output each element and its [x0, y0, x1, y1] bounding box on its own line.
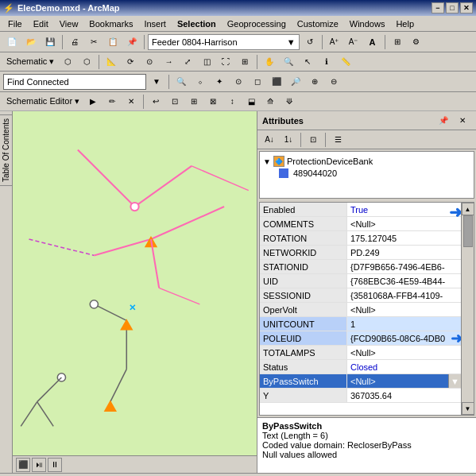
- attr-row-enabled[interactable]: Enabled True: [260, 203, 461, 217]
- schematic-btn9[interactable]: ⛶: [217, 53, 234, 71]
- menu-help[interactable]: Help: [391, 17, 419, 30]
- attr-filter[interactable]: ⊡: [304, 131, 322, 149]
- schematic-btn8[interactable]: ◫: [198, 53, 215, 71]
- print-button[interactable]: 🖨: [66, 33, 83, 51]
- menu-edit[interactable]: Edit: [29, 17, 53, 30]
- find-btn6[interactable]: ⬛: [268, 73, 285, 91]
- find-btn4[interactable]: ⊙: [230, 73, 247, 91]
- find-input[interactable]: [3, 74, 146, 90]
- layer-button[interactable]: ⊞: [389, 33, 406, 51]
- find-dropdown[interactable]: ▼: [148, 73, 165, 91]
- attr-sort-num[interactable]: 1↓: [280, 131, 297, 149]
- menu-geoprocessing[interactable]: Geoprocessing: [223, 17, 291, 30]
- schematic-btn6[interactable]: →: [160, 53, 177, 71]
- editor-btn6[interactable]: ⊞: [185, 93, 203, 110]
- schematic-btn5[interactable]: ⊙: [141, 53, 158, 71]
- map-play-btn[interactable]: ⏯: [32, 458, 46, 472]
- scroll-down-btn[interactable]: ▼: [462, 402, 474, 415]
- bold-button[interactable]: A: [364, 33, 381, 51]
- attr-pin-btn[interactable]: 📌: [435, 112, 452, 130]
- paste-button[interactable]: 📌: [123, 33, 141, 51]
- open-button[interactable]: 📂: [22, 33, 40, 51]
- find-btn1[interactable]: 🔍: [172, 73, 190, 91]
- schematic-btn10[interactable]: ⊞: [236, 53, 253, 71]
- select-button[interactable]: ↖: [299, 53, 316, 71]
- svg-line-3: [29, 239, 94, 255]
- new-button[interactable]: 📄: [3, 33, 21, 51]
- attr-sort-az[interactable]: A↓: [261, 131, 278, 149]
- schematic-btn7[interactable]: ⤢: [179, 53, 196, 71]
- attr-menu[interactable]: ☰: [329, 131, 346, 149]
- attr-row-rotation[interactable]: ROTATION 175.127045: [260, 231, 461, 246]
- attr-row-poleuid[interactable]: POLEUID {FCD90B65-08C6-4DB0 ➜: [260, 331, 461, 346]
- pan-button[interactable]: ✋: [261, 53, 278, 71]
- attr-row-sessionid[interactable]: SESSIONID {3581068A-FFB4-4109-: [260, 288, 461, 303]
- close-button[interactable]: ✕: [460, 2, 473, 14]
- attr-row-totalamps[interactable]: TOTALAMPS <Null>: [260, 346, 461, 360]
- refresh-button[interactable]: ↺: [301, 33, 319, 51]
- editor-btn7[interactable]: ⊠: [204, 93, 222, 110]
- map-back-btn[interactable]: ⬛: [16, 458, 30, 472]
- attr-dropdown-btn[interactable]: ▼: [448, 374, 461, 388]
- editor-btn10[interactable]: ⟰: [261, 93, 279, 110]
- find-btn5[interactable]: ◻: [249, 73, 266, 91]
- schematic-btn2[interactable]: ⬡: [78, 53, 95, 71]
- zoom-in-button[interactable]: A⁺: [326, 33, 343, 51]
- cut-button[interactable]: ✂: [85, 33, 103, 51]
- menu-view[interactable]: View: [55, 17, 83, 30]
- schematic-btn1[interactable]: ⬡: [59, 53, 76, 71]
- editor-btn8[interactable]: ↕: [223, 93, 241, 110]
- menu-insert[interactable]: Insert: [139, 17, 171, 30]
- find-btn7[interactable]: 🔎: [287, 73, 304, 91]
- maximize-button[interactable]: □: [446, 2, 459, 14]
- map-pause-btn[interactable]: ⏸: [48, 458, 62, 472]
- schematic-dropdown[interactable]: Schematic ▾: [3, 55, 57, 68]
- find-btn3[interactable]: ✦: [211, 73, 228, 91]
- attr-table: Enabled True ➜ COMMENTS <Null> ROTATION …: [260, 203, 461, 415]
- copy-button[interactable]: 📋: [104, 33, 122, 51]
- attr-row-bypassswitch[interactable]: ByPassSwitch <Null> ▼: [260, 374, 461, 389]
- bottom-field-type: Text (Length = 6): [262, 431, 471, 440]
- attr-close-btn[interactable]: ✕: [454, 112, 471, 130]
- menu-windows[interactable]: Windows: [345, 17, 390, 30]
- id-button[interactable]: ℹ: [318, 53, 335, 71]
- measure-button[interactable]: 📏: [337, 53, 354, 71]
- attr-row-networkid[interactable]: NETWORKID PD.249: [260, 246, 461, 260]
- zoom-full-button[interactable]: 🔍: [280, 53, 297, 71]
- editor-btn5[interactable]: ⊡: [166, 93, 184, 110]
- toc-tab[interactable]: Table Of Contents: [0, 114, 13, 186]
- attr-row-unitcount[interactable]: UNITCOUNT 1: [260, 317, 461, 331]
- menu-selection[interactable]: Selection: [172, 17, 221, 30]
- save-button[interactable]: 💾: [41, 33, 59, 51]
- editor-btn2[interactable]: ✏: [103, 93, 121, 110]
- attr-row-status[interactable]: Status Closed: [260, 360, 461, 374]
- editor-btn1[interactable]: ▶: [84, 93, 102, 110]
- editor-btn9[interactable]: ⬓: [242, 93, 260, 110]
- attr-row-uid[interactable]: UID {768EBC36-4E59-4B44-: [260, 274, 461, 288]
- find-btn8[interactable]: ⊕: [306, 73, 323, 91]
- feeder-dropdown[interactable]: Feeder 0804-Harrison ▼: [148, 34, 300, 50]
- attr-row-opervolt[interactable]: OperVolt <Null>: [260, 303, 461, 317]
- editor-btn4[interactable]: ↩: [147, 93, 164, 110]
- scroll-thumb[interactable]: [463, 215, 473, 247]
- attr-row-stationid[interactable]: STATIONID {D7F9B656-7496-4EB6-: [260, 260, 461, 274]
- menu-bookmarks[interactable]: Bookmarks: [84, 17, 137, 30]
- map-area[interactable]: ✕ ⬛ ⏯ ⏸: [13, 111, 257, 473]
- schematic-btn4[interactable]: ⟳: [122, 53, 139, 71]
- schematic-btn3[interactable]: 📐: [103, 53, 120, 71]
- editor-btn11[interactable]: ⟱: [281, 93, 298, 110]
- attr-row-comments[interactable]: COMMENTS <Null>: [260, 217, 461, 231]
- menu-customize[interactable]: Customize: [292, 17, 343, 30]
- tree-expand[interactable]: ▼: [263, 157, 271, 166]
- attr-row-y[interactable]: Y 367035.64: [260, 389, 461, 403]
- scroll-up-btn[interactable]: ▲: [462, 203, 474, 215]
- find-btn9[interactable]: ⊖: [325, 73, 342, 91]
- editor-btn3[interactable]: ✕: [122, 93, 140, 110]
- find-btn2[interactable]: ⬦: [192, 73, 209, 91]
- schematic-editor-label[interactable]: Schematic Editor ▾: [3, 95, 83, 108]
- zoom-out-button[interactable]: A⁻: [345, 33, 362, 51]
- minimize-button[interactable]: −: [431, 2, 444, 14]
- settings-button[interactable]: ⚙: [408, 33, 425, 51]
- menu-file[interactable]: File: [3, 17, 27, 30]
- attr-field-stationid: STATIONID: [260, 260, 347, 273]
